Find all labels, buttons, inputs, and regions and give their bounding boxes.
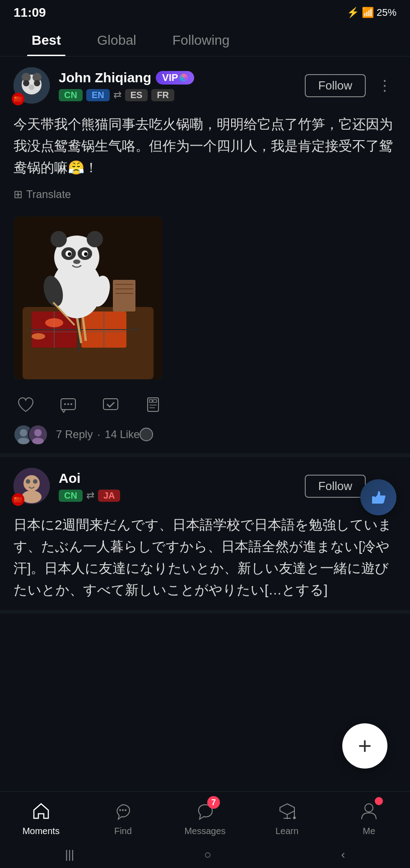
separator: ·	[97, 428, 100, 441]
svg-point-33	[84, 252, 88, 256]
messages-label: Messages	[184, 826, 225, 836]
svg-point-57	[26, 479, 30, 484]
svg-point-49	[20, 429, 27, 437]
post-1-user-info: John Zhiqiang VIP CN EN ⇄ ES FR	[59, 70, 296, 101]
post-1-image[interactable]	[14, 217, 163, 379]
svg-point-39	[64, 403, 66, 405]
post-2-avatar[interactable]: 🇨🇳	[14, 468, 50, 504]
nav-find[interactable]: Find	[100, 799, 145, 836]
svg-point-55	[23, 475, 40, 491]
post-1-lang-tags: CN EN ⇄ ES FR	[59, 89, 296, 101]
battery-level: 25%	[377, 7, 396, 19]
translate-icon: ⊞	[14, 186, 23, 203]
status-bar: 11:09 ⚡ 📶 25%	[0, 0, 410, 24]
svg-rect-42	[103, 399, 118, 410]
home-button[interactable]: ○	[186, 844, 229, 865]
post-1-follow-button[interactable]: Follow	[305, 74, 366, 97]
lang2-ja: JA	[98, 490, 121, 502]
lang-es: ES	[125, 89, 148, 101]
nav-moments[interactable]: Moments	[19, 799, 64, 836]
svg-point-5	[34, 80, 40, 86]
svg-point-26	[51, 231, 67, 247]
arrows-icon: ⇄	[113, 89, 121, 101]
svg-marker-62	[280, 804, 294, 815]
fab-button[interactable]: +	[342, 723, 387, 769]
post-1-actions: Follow ⋮	[305, 74, 396, 97]
nav-me[interactable]: Me	[346, 799, 391, 836]
lang-fr: FR	[151, 89, 174, 101]
post-1: 🇨🇳 John Zhiqiang VIP CN EN ⇄ ES FR	[0, 57, 410, 457]
post-1-vip-badge: VIP	[156, 71, 194, 85]
messages-icon: 7	[193, 799, 217, 823]
svg-point-61	[125, 809, 126, 811]
svg-point-40	[67, 403, 69, 405]
post-2-text: 日本に2週間来だんです、日本語学校で日本語を勉強しています、たぶん一人暮らしです…	[14, 517, 392, 597]
vip-label: VIP	[162, 72, 178, 84]
post-1-flag: 🇨🇳	[12, 93, 24, 105]
svg-point-34	[73, 259, 80, 264]
post-2-content: 日本に2週間来だんです、日本語学校で日本語を勉強しています、たぶん一人暮らしです…	[0, 509, 410, 610]
me-icon	[357, 799, 381, 823]
post-1-like-count: 14 Like	[105, 428, 140, 441]
svg-point-17	[32, 333, 45, 340]
nav-learn[interactable]: Learn	[265, 799, 310, 836]
svg-point-50	[18, 438, 29, 445]
svg-point-53	[32, 438, 43, 445]
back-button[interactable]: ‹	[323, 844, 363, 865]
svg-point-52	[34, 429, 42, 437]
post-2: 🇨🇳 Aoi CN ⇄ JA Follow ⋮ 日本に2週間来だんです、日本語学…	[0, 457, 410, 613]
translate-label: Translate	[26, 186, 71, 203]
post-1-comment-button[interactable]	[56, 393, 80, 417]
post-1-like-button[interactable]	[14, 393, 38, 417]
find-icon	[111, 799, 135, 823]
vip-icon	[180, 74, 188, 82]
svg-rect-45	[153, 400, 157, 402]
tab-following[interactable]: Following	[168, 24, 234, 56]
svg-point-41	[70, 403, 72, 405]
nav-messages[interactable]: 7 Messages	[182, 799, 228, 836]
float-thumb-button[interactable]	[360, 479, 396, 515]
moments-label: Moments	[23, 826, 60, 836]
lang2-cn: CN	[59, 490, 83, 502]
reply-avatars	[14, 425, 48, 444]
post-1-avatar[interactable]: 🇨🇳	[14, 67, 50, 104]
svg-point-60	[122, 809, 124, 811]
post-2-username: Aoi	[59, 471, 80, 486]
reply-avatar-2	[28, 425, 48, 444]
find-label: Find	[114, 826, 132, 836]
system-navigation: ||| ○ ‹	[0, 841, 410, 868]
status-time: 11:09	[14, 5, 46, 20]
svg-point-32	[68, 252, 71, 256]
post-1-more-button[interactable]: ⋮	[373, 75, 396, 96]
svg-point-6	[29, 85, 34, 90]
svg-point-27	[87, 231, 103, 247]
svg-point-4	[23, 80, 29, 86]
post-2-follow-button[interactable]: Follow	[305, 475, 366, 498]
moments-icon	[29, 799, 53, 823]
bottom-navigation: Moments Find 7 Messages	[0, 791, 410, 841]
post-1-bookmark-button[interactable]	[141, 393, 165, 417]
post-1-check-button[interactable]	[98, 393, 123, 417]
status-icons: ⚡ 📶 25%	[347, 7, 396, 19]
learn-icon	[275, 799, 299, 823]
arrows2-icon: ⇄	[86, 490, 94, 501]
post-1-translate[interactable]: ⊞ Translate	[14, 186, 396, 203]
svg-point-16	[45, 318, 63, 327]
messages-badge: 7	[207, 796, 220, 809]
signal-icons: 📶	[362, 7, 374, 19]
svg-point-59	[119, 809, 121, 811]
content-tabs: Best Global Following	[0, 24, 410, 57]
post-2-header: 🇨🇳 Aoi CN ⇄ JA Follow ⋮	[0, 457, 410, 509]
post-1-username: John Zhiqiang	[59, 70, 151, 85]
post-2-flag: 🇨🇳	[12, 493, 24, 506]
svg-point-67	[365, 804, 373, 812]
me-label: Me	[363, 826, 375, 836]
lang-cn: CN	[59, 89, 83, 101]
recent-apps-button[interactable]: |||	[47, 844, 92, 865]
tab-global[interactable]: Global	[93, 24, 141, 56]
lang-en: EN	[86, 89, 110, 101]
cursor-indicator	[140, 428, 153, 441]
me-notification-dot	[375, 797, 383, 805]
post-1-content: 今天带我个熊猫同事去吃火锅嘞，明明给它点了竹笋，它还因为我没点鸳鸯锅生气咯。但作…	[0, 109, 410, 212]
tab-best[interactable]: Best	[27, 24, 65, 56]
